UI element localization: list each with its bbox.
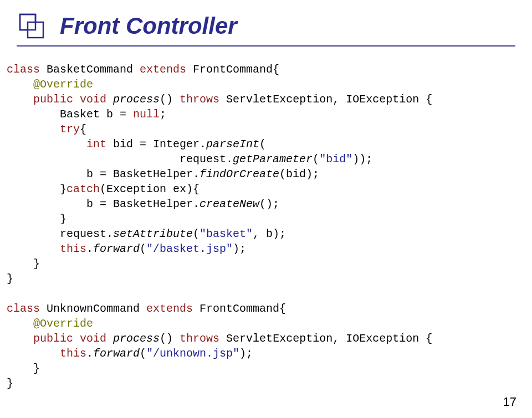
code-block: class BasketCommand extends FrontCommand… [7, 62, 515, 391]
squares-icon [17, 11, 47, 41]
page-number: 17 [503, 395, 516, 409]
slide-title: Front Controller [60, 13, 237, 39]
title-row: Front Controller [17, 11, 515, 47]
